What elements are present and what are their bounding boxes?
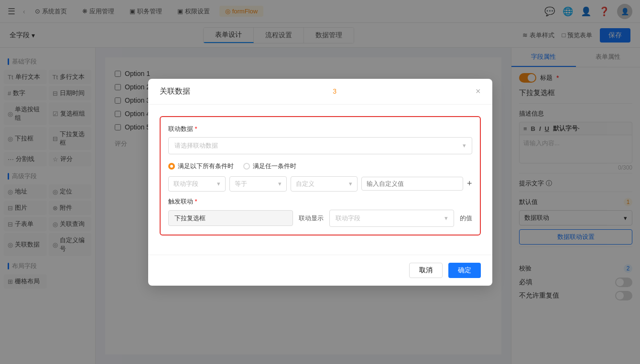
cond-field-label: 联动字段 [174,180,198,188]
condition-any[interactable]: 满足任一条件时 [243,162,296,171]
linked-data-label: 联动数据 * [168,125,472,133]
cond-type-chevron: ▾ [349,180,352,187]
cond-operator-chevron: ▾ [278,180,282,187]
condition-all-label: 满足以下所有条件时 [178,162,234,171]
cond-custom-value-input[interactable] [361,177,463,191]
cond-field-chevron: ▾ [217,180,220,187]
modal-close-btn[interactable]: × [476,86,481,96]
cond-type-label: 自定义 [296,180,315,188]
condition-any-label: 满足任一条件时 [253,162,296,171]
trigger-section: 触发联动 * 联动显示 联动字段 ▾ 的值 [168,197,472,227]
add-condition-btn[interactable]: + [467,179,472,189]
modal-overlay: 关联数据 3 × 联动数据 * 请选择联动数据 ▾ [0,0,640,364]
modal-step-label: 3 [333,87,336,95]
linked-data-select[interactable]: 请选择联动数据 ▾ [168,137,472,154]
condition-all[interactable]: 满足以下所有条件时 [168,162,234,171]
link-field-chevron: ▾ [445,214,448,222]
link-display-label: 联动显示 [299,214,324,223]
modal-field-section: 联动数据 * 请选择联动数据 ▾ 满足以下所有条件时 [160,116,481,236]
radio-all-dot [168,163,175,170]
cond-operator-label: 等于 [235,180,247,188]
trigger-required: * [195,198,197,205]
condition-options: 满足以下所有条件时 满足任一条件时 [168,162,472,171]
cond-field-select[interactable]: 联动字段 ▾ [168,176,226,192]
linked-data-label-text: 联动数据 [168,125,193,133]
trigger-row: 联动显示 联动字段 ▾ 的值 [168,210,472,227]
cond-type-select[interactable]: 自定义 ▾ [291,176,358,192]
condition-row: 满足以下所有条件时 满足任一条件时 联动字段 ▾ [168,162,472,192]
linked-data-chevron: ▾ [463,142,466,149]
link-field-placeholder: 联动字段 [336,214,360,223]
modal-title: 关联数据 [160,86,190,96]
of-value-label: 的值 [460,214,472,223]
modal-body: 联动数据 * 请选择联动数据 ▾ 满足以下所有条件时 [148,105,492,255]
confirm-button[interactable]: 确定 [448,263,481,278]
modal-footer: 取消 确定 [148,255,492,286]
link-field-dropdown[interactable]: 联动字段 ▾ [329,210,454,227]
trigger-value-input [168,210,293,226]
linked-data-placeholder: 请选择联动数据 [174,141,218,150]
linked-data-required: * [195,125,197,132]
radio-any-dot [243,163,250,170]
cond-operator-select[interactable]: 等于 ▾ [229,176,287,192]
condition-fields: 联动字段 ▾ 等于 ▾ 自定义 ▾ + [168,176,472,192]
trigger-label-text: 触发联动 [168,197,193,206]
cancel-button[interactable]: 取消 [409,263,443,278]
modal-related-data: 关联数据 3 × 联动数据 * 请选择联动数据 ▾ [148,79,492,286]
trigger-label: 触发联动 * [168,197,472,206]
modal-header: 关联数据 3 × [148,79,492,105]
